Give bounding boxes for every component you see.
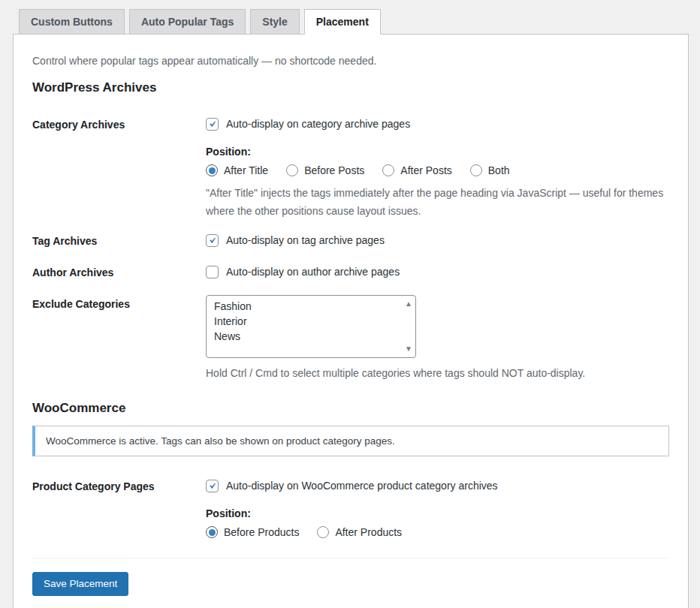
radio-both[interactable]: Both [470, 163, 510, 178]
tag-archives-label: Tag Archives [32, 232, 206, 248]
radio-after-products-label[interactable]: After Products [335, 525, 402, 540]
radio-after-products-control[interactable] [317, 526, 329, 538]
radio-after-title-control[interactable] [206, 164, 218, 176]
listbox-option-interior[interactable]: Interior [207, 314, 415, 329]
radio-after-posts-label[interactable]: After Posts [400, 163, 451, 178]
woocommerce-notice-text: WooCommerce is active. Tags can also be … [46, 435, 395, 447]
author-archives-row: Author Archives Auto-display on author a… [32, 263, 669, 280]
radio-both-label[interactable]: Both [488, 163, 510, 178]
category-position-description: "After Title" injects the tags immediate… [206, 184, 669, 220]
author-archives-checkbox[interactable] [206, 266, 219, 278]
listbox-option-news[interactable]: News [207, 329, 415, 344]
product-category-pages-row: Product Category Pages Auto-display on W… [32, 477, 669, 540]
product-position-label: Position: [206, 506, 669, 521]
product-category-pages-label: Product Category Pages [32, 477, 206, 540]
tab-placement[interactable]: Placement [304, 9, 381, 35]
author-archives-label: Author Archives [32, 263, 206, 280]
intro-text: Control where popular tags appear automa… [32, 54, 669, 68]
radio-before-posts-control[interactable] [286, 164, 298, 176]
radio-before-products-label[interactable]: Before Products [224, 525, 299, 540]
settings-page: Custom Buttons Auto Popular Tags Style P… [0, 0, 700, 608]
tag-archives-checkbox[interactable] [206, 234, 219, 247]
category-archives-label: Category Archives [32, 116, 206, 220]
woocommerce-notice: WooCommerce is active. Tags can also be … [32, 426, 669, 456]
category-position-label: Position: [206, 144, 669, 159]
listbox-option-fashion[interactable]: Fashion [207, 299, 415, 314]
product-position-radio-group: Before Products After Products [206, 525, 669, 540]
exclude-categories-label: Exclude Categories [32, 295, 206, 382]
checkmark-icon [207, 119, 218, 130]
radio-before-posts[interactable]: Before Posts [286, 163, 364, 178]
tab-auto-popular-tags[interactable]: Auto Popular Tags [129, 9, 246, 35]
category-archives-checkbox-row[interactable]: Auto-display on category archive pages [206, 116, 669, 132]
radio-after-posts-control[interactable] [382, 164, 394, 176]
category-position-radio-group: After Title Before Posts After Posts Bot… [206, 163, 669, 178]
radio-after-posts[interactable]: After Posts [382, 163, 451, 178]
category-archives-checkbox-label[interactable]: Auto-display on category archive pages [226, 116, 410, 132]
radio-after-products[interactable]: After Products [317, 525, 402, 540]
tag-archives-checkbox-row[interactable]: Auto-display on tag archive pages [206, 232, 669, 248]
footer-divider [32, 558, 669, 558]
radio-after-title[interactable]: After Title [206, 163, 268, 178]
tab-style[interactable]: Style [250, 9, 299, 35]
tab-bar: Custom Buttons Auto Popular Tags Style P… [0, 0, 700, 34]
category-archives-row: Category Archives Auto-display on catego… [32, 116, 669, 220]
exclude-categories-description: Hold Ctrl / Cmd to select multiple categ… [206, 364, 669, 382]
radio-before-products[interactable]: Before Products [206, 525, 299, 540]
product-category-checkbox[interactable] [206, 480, 219, 492]
category-archives-checkbox[interactable] [206, 118, 219, 131]
product-category-checkbox-label[interactable]: Auto-display on WooCommerce product cate… [226, 477, 498, 494]
tag-archives-checkbox-label[interactable]: Auto-display on tag archive pages [226, 232, 385, 248]
checkmark-icon [207, 235, 218, 246]
product-category-checkbox-row[interactable]: Auto-display on WooCommerce product cate… [206, 477, 669, 494]
radio-both-control[interactable] [470, 164, 482, 176]
woocommerce-heading: WooCommerce [32, 400, 669, 417]
author-archives-checkbox-row[interactable]: Auto-display on author archive pages [206, 263, 669, 280]
save-placement-button[interactable]: Save Placement [32, 572, 128, 596]
tag-archives-row: Tag Archives Auto-display on tag archive… [32, 232, 669, 248]
tab-custom-buttons[interactable]: Custom Buttons [19, 9, 125, 35]
wordpress-archives-heading: WordPress Archives [32, 80, 669, 96]
exclude-categories-listbox[interactable]: Fashion Interior News ▲ ▼ [206, 295, 416, 358]
checkmark-icon [207, 480, 218, 492]
exclude-categories-row: Exclude Categories Fashion Interior News… [32, 295, 669, 382]
placement-panel: Control where popular tags appear automa… [13, 34, 689, 608]
radio-before-posts-label[interactable]: Before Posts [304, 163, 364, 178]
author-archives-checkbox-label[interactable]: Auto-display on author archive pages [226, 263, 400, 280]
scrollbar-down-icon[interactable]: ▼ [405, 345, 412, 353]
radio-after-title-label[interactable]: After Title [224, 163, 268, 178]
scrollbar-up-icon[interactable]: ▲ [405, 300, 412, 308]
radio-before-products-control[interactable] [206, 526, 218, 538]
